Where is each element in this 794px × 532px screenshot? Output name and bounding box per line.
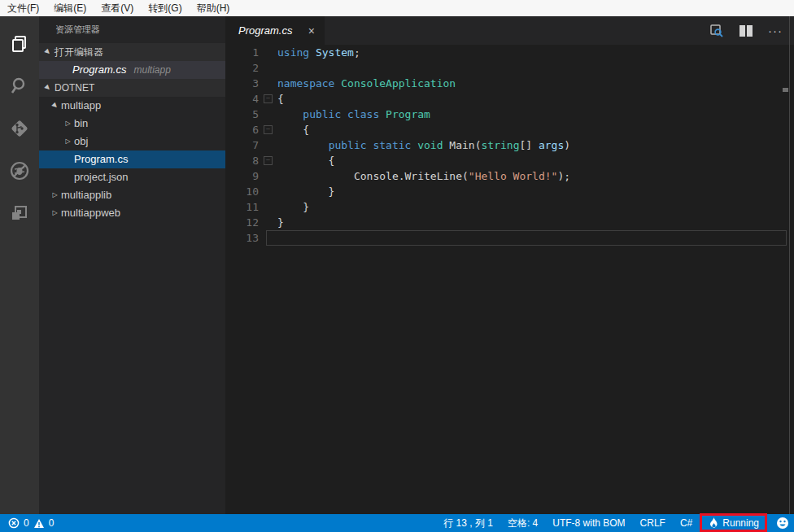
fold-gutter [259,45,277,60]
running-label: Running [722,517,759,529]
chevron-collapsed-icon: ▷ [63,133,72,150]
code-line[interactable]: 1using System; [225,45,794,60]
ruler-marker [783,88,788,92]
open-editor-item[interactable]: Program.csmultiapp [39,61,225,79]
line-text: { [277,153,334,168]
more-actions-icon[interactable]: ··· [766,22,784,40]
search-icon[interactable] [0,65,39,107]
file-detail: multiapp [133,61,170,79]
line-text: namespace ConsoleApplication [277,76,456,91]
eol-status[interactable]: CRLF [640,517,665,529]
menu-item[interactable]: 编辑(E) [46,0,94,16]
fold-icon[interactable] [259,122,277,137]
folder-section-header[interactable]: ▶ DOTNET [39,79,225,97]
sidebar-explorer: 资源管理器 ▶ 打开编辑器 Program.csmultiapp ▶ DOTNE… [39,16,225,514]
fold-gutter [259,137,277,153]
warning-count: 0 [49,517,55,529]
fold-gutter [259,76,277,91]
code-line[interactable]: 9 Console.WriteLine("Hello World!"); [225,168,794,184]
menu-item[interactable]: 文件(F) [0,0,46,16]
code-line[interactable]: 4{ [225,91,794,107]
line-text: { [277,122,309,137]
error-count: 0 [24,517,29,529]
fold-gutter [259,184,277,199]
code-line[interactable]: 11 } [225,199,794,215]
chevron-collapsed-icon: ▷ [50,204,59,222]
code-line[interactable]: 12} [225,215,794,230]
tree-item-obj[interactable]: ▷obj [39,133,225,150]
fold-gutter [259,215,277,230]
tree-item-label: multiapplib [61,186,111,204]
tree-item-program-cs[interactable]: Program.cs [39,150,225,168]
code-line[interactable]: 7 public static void Main(string[] args) [225,137,794,153]
line-text: } [277,215,284,230]
tab-label: Program.cs [238,24,305,37]
explorer-icon[interactable] [0,23,39,65]
open-editors-header[interactable]: ▶ 打开编辑器 [39,43,225,61]
chevron-collapsed-icon: ▷ [50,186,59,204]
tab-program-cs[interactable]: Program.cs × [225,16,325,45]
indentation-status[interactable]: 空格: 4 [508,517,538,530]
cursor-position[interactable]: 行 13 , 列 1 [443,517,493,530]
open-preview-icon[interactable] [708,22,726,40]
code-line[interactable]: 8 { [225,153,794,168]
code-line[interactable]: 5 public class Program [225,107,794,122]
activity-bar [0,16,39,514]
line-number: 12 [225,215,259,230]
tree-item-multiapplib[interactable]: ▷multiapplib [39,186,225,204]
line-number: 7 [225,137,259,153]
code-line[interactable]: 6 { [225,122,794,137]
encoding-status[interactable]: UTF-8 with BOM [552,517,625,529]
source-control-icon[interactable] [0,107,39,150]
warning-icon [33,518,45,529]
fold-gutter [259,168,277,184]
fold-icon[interactable] [259,91,277,107]
line-number: 3 [225,76,259,91]
menu-item[interactable]: 帮助(H) [190,0,238,16]
tree-item-multiappweb[interactable]: ▷multiappweb [39,204,225,222]
tab-bar: Program.cs × [225,16,794,45]
debug-disabled-icon[interactable] [0,150,39,192]
tree-item-project-json[interactable]: project.json [39,168,225,186]
open-editors-list: Program.csmultiapp [39,61,225,79]
fold-icon[interactable] [259,153,277,168]
line-number: 2 [225,60,259,76]
tree-item-label: bin [74,115,88,133]
file-tree: ▶multiapp▷bin▷objProgram.csproject.json▷… [39,97,225,222]
omnisharp-running-status[interactable]: Running [707,517,761,529]
language-mode[interactable]: C# [680,517,692,529]
line-number: 13 [225,230,259,246]
tree-item-label: project.json [74,168,128,186]
code-editor[interactable]: 1using System;23namespace ConsoleApplica… [225,45,794,514]
line-number: 5 [225,107,259,122]
line-number: 8 [225,153,259,168]
sidebar-title: 资源管理器 [39,16,225,43]
menu-item[interactable]: 转到(G) [141,0,189,16]
fold-gutter [259,230,277,246]
line-number: 4 [225,91,259,107]
extensions-icon[interactable] [0,192,39,234]
fold-gutter [259,107,277,122]
code-line[interactable]: 2 [225,60,794,76]
menu-item[interactable]: 查看(V) [94,0,141,16]
split-editor-icon[interactable] [737,22,755,40]
fold-gutter [259,60,277,76]
line-number: 1 [225,45,259,60]
code-line[interactable]: 3namespace ConsoleApplication [225,76,794,91]
line-number: 9 [225,168,259,184]
chevron-collapsed-icon: ▷ [63,115,72,133]
flame-icon [709,517,718,529]
code-line[interactable]: 10 } [225,184,794,199]
line-number: 11 [225,199,259,215]
tree-item-multiapp[interactable]: ▶multiapp [39,97,225,115]
overview-ruler[interactable] [789,16,790,514]
line-text: public class Program [277,107,430,122]
error-icon [8,517,20,529]
close-icon[interactable]: × [305,24,318,37]
tree-item-label: multiapp [61,97,101,115]
tree-item-bin[interactable]: ▷bin [39,115,225,133]
code-line[interactable]: 13 [225,230,794,246]
warnings-status[interactable]: 0 [33,517,55,529]
errors-status[interactable]: 0 [8,517,29,529]
feedback-smiley-icon[interactable] [776,517,789,530]
